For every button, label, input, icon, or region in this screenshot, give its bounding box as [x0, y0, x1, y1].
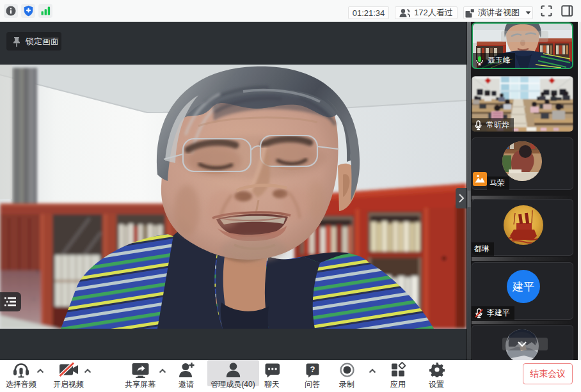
svg-text:?: ?	[310, 365, 315, 374]
svg-text:建平: 建平	[512, 281, 534, 293]
